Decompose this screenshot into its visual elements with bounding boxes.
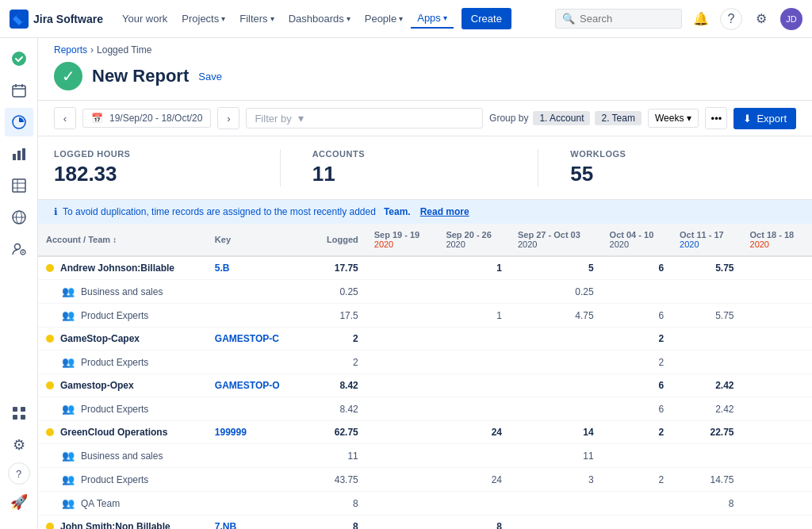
info-highlight: Team. [384,206,411,217]
toolbar: ‹ 📅 19/Sep/20 - 18/Oct/20 › Filter by ▾ … [38,100,812,136]
cell-week-5 [742,374,812,397]
sidebar-item-calendar[interactable] [5,76,33,105]
team-name-text: Business and sales [81,450,163,462]
date-prev-button[interactable]: ‹ [54,107,76,129]
check-circle-icon [11,51,27,67]
info-banner: ℹ To avoid duplication, time records are… [38,200,812,224]
group-by-tag-team[interactable]: 2. Team [595,111,641,125]
calendar-icon [11,82,27,98]
more-options-button[interactable]: ••• [705,107,727,129]
sidebar-item-grid[interactable] [5,399,33,427]
cell-week-0 [366,397,439,421]
cell-week-1: 8 [438,516,510,530]
nav-people[interactable]: People ▾ [358,10,409,28]
cell-week-5 [742,444,812,468]
cell-week-3: 2 [602,351,672,374]
cell-week-5 [742,397,812,421]
col-logged[interactable]: Logged [301,224,366,256]
nav-projects[interactable]: Projects ▾ [175,10,232,28]
account-name-text: GameStop-Capex [60,333,140,344]
help-button[interactable]: ? [720,8,742,30]
nav-filters[interactable]: Filters ▾ [233,10,280,28]
sidebar-item-settings[interactable]: ⚙ [5,431,33,459]
group-by-tag-account[interactable]: 1. Account [533,111,590,125]
cell-key [207,468,301,492]
sidebar-item-home[interactable] [5,44,33,73]
team-icon: 👥 [62,473,75,485]
left-sidebar: ⚙ ? 🚀 [0,38,38,529]
key-link[interactable]: GAMESTOP-C [215,333,279,344]
date-range-display[interactable]: 📅 19/Sep/20 - 18/Oct/20 [82,109,211,128]
info-text: To avoid duplication, time records are a… [63,206,376,217]
sidebar-item-chart[interactable] [5,140,33,168]
nav-your-work[interactable]: Your work [116,10,174,28]
cell-week-0 [366,328,439,351]
key-link[interactable]: 7.NB [215,521,236,529]
nav-dashboards[interactable]: Dashboards ▾ [282,10,357,28]
main-content: Reports › Logged Time ✓ New Report Save … [38,38,812,529]
nav-apps[interactable]: Apps ▾ [411,9,454,29]
account-dot-icon [46,428,54,436]
stat-accounts-label: ACCOUNTS [312,149,538,159]
cell-name: 👥 Product Experts [38,304,207,328]
cell-week-3: 6 [602,397,672,421]
sidebar-item-user-settings[interactable] [5,235,33,263]
cell-week-4 [672,328,741,351]
save-link[interactable]: Save [198,71,222,82]
sidebar-item-reports[interactable] [5,108,33,136]
col-key[interactable]: Key [207,224,301,256]
cell-week-3: 6 [602,304,672,328]
report-title: New Report [92,66,189,86]
sidebar-item-help[interactable]: ? [8,462,30,485]
notifications-button[interactable]: 🔔 [690,8,712,30]
cell-week-4: 22.75 [672,421,741,444]
search-bar[interactable]: 🔍 [555,9,682,29]
account-name-text: Gamestop-Opex [60,380,134,391]
search-input[interactable] [580,13,675,25]
cell-week-1: 24 [438,468,510,492]
date-next-button[interactable]: › [217,107,239,129]
cell-week-3 [602,492,672,516]
team-name-text: Product Experts [81,404,148,415]
app-logo[interactable]: Jira Software [10,10,103,29]
sidebar-item-globe[interactable] [5,203,33,232]
account-name-text: GreenCloud Operations [60,427,167,438]
user-avatar[interactable]: JD [780,8,802,30]
cell-key [207,280,301,304]
key-link[interactable]: 199999 [215,427,247,438]
svg-rect-21 [21,407,25,412]
apps-chevron-icon: ▾ [443,13,447,22]
col-account-team[interactable]: Account / Team ↕ [38,224,207,256]
cell-key [207,444,301,468]
table-row: GameStop-Capex GAMESTOP-C 2 2 [38,328,812,351]
table-row: Andrew Johnson:Billable 5.B 17.75 1565.7… [38,256,812,280]
export-button[interactable]: ⬇ Export [733,108,796,129]
table-row: 👥 QA Team 8 8 [38,492,812,516]
filter-by-field[interactable]: Filter by ▾ [246,108,483,128]
nav-links: Your work Projects ▾ Filters ▾ Dashboard… [116,8,546,29]
read-more-link[interactable]: Read more [420,206,469,217]
cell-week-1: 1 [438,304,510,328]
cell-week-4: 5.75 [672,256,741,280]
cell-week-2 [510,374,602,397]
sidebar-item-table[interactable] [5,171,33,200]
key-link[interactable]: GAMESTOP-O [215,380,280,391]
cell-key: GAMESTOP-C [207,328,301,351]
settings-button[interactable]: ⚙ [750,8,772,30]
weeks-select[interactable]: Weeks ▾ [648,109,699,128]
cell-logged: 0.25 [301,280,366,304]
sidebar-item-rocket[interactable]: 🚀 [5,488,33,516]
key-link[interactable]: 5.B [215,263,230,274]
table-row: GreenCloud Operations 199999 62.75 24142… [38,421,812,444]
create-button[interactable]: Create [462,8,511,29]
cell-week-2 [510,397,602,421]
stat-logged-hours-label: LOGGED HOURS [54,149,280,159]
cell-week-3: 6 [602,256,672,280]
account-name-text: John Smith:Non Billable [60,521,170,529]
breadcrumb-reports[interactable]: Reports [54,44,87,56]
group-by-section: Group by 1. Account 2. Team [489,111,642,125]
col-oct11-17: Oct 11 - 172020 [672,224,741,256]
cell-logged: 2 [301,351,366,374]
cell-week-1 [438,328,510,351]
cell-week-3: 6 [602,374,672,397]
